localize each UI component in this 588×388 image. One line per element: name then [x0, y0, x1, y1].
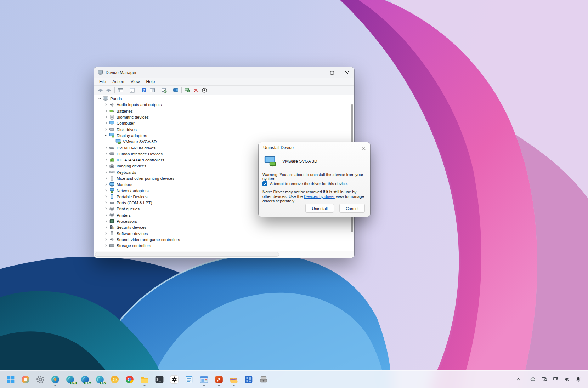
devices-view-button[interactable] [171, 86, 180, 94]
chevron-collapsed-icon[interactable] [103, 230, 109, 236]
chevron-collapsed-icon[interactable] [103, 157, 109, 163]
scan-hardware-icon [185, 87, 190, 93]
taskbar-chrome-canary-icon[interactable] [107, 372, 122, 387]
taskbar-chatgpt-icon[interactable] [167, 372, 181, 387]
scan-hardware-changes-button[interactable] [183, 86, 192, 94]
taskbar-chrome-icon[interactable] [122, 372, 137, 387]
properties-button[interactable] [128, 86, 136, 94]
back-button[interactable] [96, 86, 104, 94]
tree-row-biometric-devices[interactable]: Biometric devices [94, 114, 354, 120]
tray-hidden-icons-chevron[interactable] [514, 374, 523, 385]
tree-label: Processors [117, 219, 137, 223]
tree-row-storage-controllers[interactable]: Storage controllers [94, 242, 354, 249]
tree-row-software-devices[interactable]: Software devices [94, 230, 354, 236]
chevron-collapsed-icon[interactable] [103, 243, 109, 249]
tray-volume[interactable] [562, 374, 572, 385]
tree-label: Sound, video and game controllers [117, 237, 180, 242]
disable-device-button[interactable] [200, 86, 209, 94]
chevron-collapsed-icon[interactable] [103, 176, 109, 181]
taskbar-notepad-icon[interactable] [182, 372, 196, 387]
horizontal-scrollbar[interactable] [94, 251, 354, 258]
taskbar-start-button[interactable] [3, 372, 18, 387]
menu-action[interactable]: Action [109, 79, 127, 85]
taskbar-dev-home-icon[interactable] [241, 372, 256, 387]
chevron-collapsed-icon[interactable] [103, 163, 109, 169]
tree-label: VMware SVGA 3D [123, 139, 157, 144]
chevron-expanded-icon[interactable] [97, 96, 102, 102]
cancel-button[interactable]: Cancel [339, 204, 365, 213]
chevron-collapsed-icon[interactable] [103, 236, 109, 242]
taskbar-red-swirl-app-icon[interactable] [211, 372, 226, 387]
horizontal-scrollbar-thumb[interactable] [95, 252, 279, 257]
taskbar-file-explorer-icon[interactable] [137, 372, 152, 387]
taskbar-mmc-window-icon[interactable] [197, 372, 211, 387]
update-driver-button[interactable] [160, 86, 168, 94]
minimize-button[interactable] [310, 67, 324, 78]
chevron-collapsed-icon[interactable] [103, 126, 109, 132]
display-adapter-icon [264, 156, 277, 167]
chevron-collapsed-icon[interactable] [103, 145, 109, 150]
forward-button[interactable] [104, 86, 113, 94]
tree-label: IDE ATA/ATAPI controllers [117, 158, 164, 162]
remove-driver-checkbox[interactable] [262, 181, 267, 186]
menu-view[interactable]: View [128, 79, 143, 85]
chevron-collapsed-icon[interactable] [103, 194, 109, 199]
tree-row-disk-drives[interactable]: Disk drives [94, 126, 354, 132]
toolbar-separator [126, 87, 126, 93]
minimize-icon [315, 71, 319, 75]
tree-row-processors[interactable]: Processors [94, 218, 354, 224]
chevron-expanded-icon[interactable] [103, 132, 109, 138]
tree-row-display-adapters[interactable]: Display adapters [94, 132, 354, 138]
menu-help[interactable]: Help [143, 79, 158, 85]
chevron-collapsed-icon[interactable] [103, 169, 109, 175]
chevron-collapsed-icon[interactable] [103, 200, 109, 206]
help-button[interactable]: ? [140, 86, 148, 94]
onedrive-icon [530, 376, 536, 382]
taskbar-copilot-icon[interactable] [18, 372, 33, 387]
taskbar-gray-3d-app-icon[interactable] [256, 372, 271, 387]
devices-by-driver-link[interactable]: Devices by driver [304, 194, 335, 199]
chevron-collapsed-icon[interactable] [103, 182, 109, 187]
uninstall-button[interactable]: Uninstall [305, 204, 334, 213]
chevron-collapsed-icon[interactable] [103, 120, 109, 126]
action-pane-button[interactable] [148, 86, 157, 94]
tree-row-sound-video-and-game-controllers[interactable]: Sound, video and game controllers [94, 236, 354, 242]
chevron-collapsed-icon[interactable] [103, 102, 109, 108]
tree-row-panda[interactable]: Panda [94, 96, 354, 102]
taskbar-edge-beta-icon[interactable]: BETA [78, 372, 92, 387]
tree-row-audio-inputs-and-outputs[interactable]: Audio inputs and outputs [94, 102, 354, 108]
taskbar-edge-icon[interactable] [48, 372, 62, 387]
tree-label: DVD/CD-ROM drives [117, 146, 156, 150]
taskbar-files-app-icon[interactable] [226, 372, 241, 387]
tray-ethernet[interactable] [551, 374, 560, 385]
taskbar-edge-dev-icon[interactable]: DEV [92, 372, 107, 387]
dialog-close-button[interactable] [361, 145, 366, 151]
running-indicator [143, 385, 146, 386]
tree-row-security-devices[interactable]: Security devices [94, 224, 354, 230]
tray-notification-bell[interactable]: z [573, 374, 583, 385]
uninstall-device-button[interactable] [192, 86, 200, 94]
chevron-collapsed-icon[interactable] [103, 212, 109, 218]
chevron-collapsed-icon[interactable] [103, 108, 109, 114]
show-console-tree-button[interactable] [116, 86, 125, 94]
title-bar[interactable]: Device Manager [94, 67, 354, 78]
taskbar-settings-icon[interactable] [33, 372, 47, 387]
chevron-collapsed-icon[interactable] [103, 151, 109, 156]
display-tray-icon [541, 376, 547, 382]
device-manager-icon [97, 70, 103, 75]
menu-file[interactable]: File [96, 79, 109, 85]
chevron-collapsed-icon[interactable] [103, 114, 109, 120]
chevron-collapsed-icon[interactable] [103, 206, 109, 212]
tree-row-batteries[interactable]: Batteries [94, 108, 354, 114]
chevron-collapsed-icon[interactable] [103, 224, 109, 230]
tray-display-tray[interactable] [539, 374, 549, 385]
tray-onedrive[interactable] [528, 374, 538, 385]
close-button[interactable] [339, 67, 354, 78]
maximize-button[interactable] [324, 67, 339, 78]
taskbar-terminal-icon[interactable] [152, 372, 166, 387]
device-name: VMware SVGA 3D [282, 159, 317, 164]
tree-row-computer[interactable]: Computer [94, 120, 354, 126]
chevron-collapsed-icon[interactable] [103, 188, 109, 193]
chevron-collapsed-icon[interactable] [103, 218, 109, 224]
taskbar-edge-canary-icon[interactable]: CAN [63, 372, 77, 387]
